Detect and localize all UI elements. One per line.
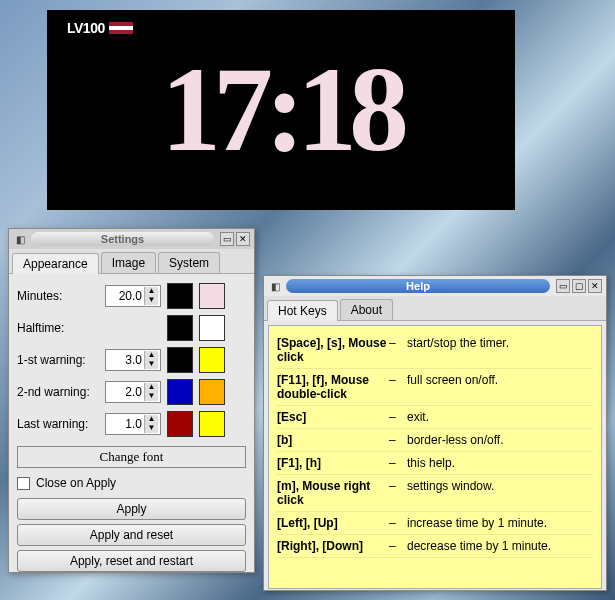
hotkey-keys: [Left], [Up]	[277, 516, 389, 530]
warn1-color-b[interactable]	[199, 347, 225, 373]
clock-badge: LV100	[67, 20, 133, 36]
last-input[interactable]	[106, 416, 144, 432]
row-minutes: Minutes: ▲▼	[17, 280, 246, 312]
hotkey-keys: [m], Mouse right click	[277, 479, 389, 507]
hotkey-desc: border-less on/off.	[407, 433, 593, 447]
minutes-down-icon[interactable]: ▼	[144, 296, 158, 305]
hotkey-desc: start/stop the timer.	[407, 336, 593, 364]
help-body[interactable]: [Space], [s], Mouse click – start/stop t…	[268, 325, 602, 589]
warn1-down-icon[interactable]: ▼	[144, 360, 158, 369]
close-button[interactable]: ✕	[588, 279, 602, 293]
hotkey-desc: exit.	[407, 410, 593, 424]
last-down-icon[interactable]: ▼	[144, 424, 158, 433]
hotkey-row: [m], Mouse right click – settings window…	[277, 475, 593, 512]
hotkey-row: [b] – border-less on/off.	[277, 429, 593, 452]
settings-titlebar[interactable]: ◧ Settings ▭ ✕	[9, 229, 254, 249]
hotkey-row: [Space], [s], Mouse click – start/stop t…	[277, 332, 593, 369]
warn1-input[interactable]	[106, 352, 144, 368]
tab-system[interactable]: System	[158, 252, 220, 273]
spin-warn1[interactable]: ▲▼	[105, 349, 161, 371]
help-tabs: Hot Keys About	[264, 296, 606, 321]
window-menu-icon[interactable]: ◧	[268, 279, 282, 293]
minutes-color-a[interactable]	[167, 283, 193, 309]
apply-reset-restart-button[interactable]: Apply, reset and restart	[17, 550, 246, 572]
spin-last[interactable]: ▲▼	[105, 413, 161, 435]
halftime-color-a[interactable]	[167, 315, 193, 341]
clock-display[interactable]: LV100 17:18	[47, 10, 515, 210]
help-window: ◧ Help ▭ ▢ ✕ Hot Keys About [Space], [s]…	[263, 275, 607, 591]
hotkey-row: [F1], [h] – this help.	[277, 452, 593, 475]
row-warn2: 2-nd warning: ▲▼	[17, 376, 246, 408]
spin-minutes[interactable]: ▲▼	[105, 285, 161, 307]
last-color-a[interactable]	[167, 411, 193, 437]
tab-appearance[interactable]: Appearance	[12, 253, 99, 274]
close-on-apply-label: Close on Apply	[36, 476, 116, 490]
clock-time: 17:18	[161, 41, 401, 179]
label-last: Last warning:	[17, 417, 105, 431]
label-warn2: 2-nd warning:	[17, 385, 105, 399]
warn2-color-a[interactable]	[167, 379, 193, 405]
settings-window: ◧ Settings ▭ ✕ Appearance Image System M…	[8, 228, 255, 573]
settings-tabs: Appearance Image System	[9, 249, 254, 274]
settings-title: Settings	[31, 232, 214, 246]
hotkey-keys: [Right], [Down]	[277, 539, 389, 553]
hotkey-desc: increase time by 1 minute.	[407, 516, 593, 530]
warn1-color-a[interactable]	[167, 347, 193, 373]
tab-hotkeys[interactable]: Hot Keys	[267, 300, 338, 321]
hotkey-row: [Left], [Up] – increase time by 1 minute…	[277, 512, 593, 535]
flag-icon	[109, 22, 133, 34]
close-button[interactable]: ✕	[236, 232, 250, 246]
warn2-input[interactable]	[106, 384, 144, 400]
hotkey-row: [F11], [f], Mouse double-click – full sc…	[277, 369, 593, 406]
tab-image[interactable]: Image	[101, 252, 156, 273]
window-menu-icon[interactable]: ◧	[13, 232, 27, 246]
tab-about[interactable]: About	[340, 299, 393, 320]
hotkey-keys: [b]	[277, 433, 389, 447]
roll-up-button[interactable]: ▭	[220, 232, 234, 246]
warn2-color-b[interactable]	[199, 379, 225, 405]
hotkey-desc: this help.	[407, 456, 593, 470]
roll-up-button[interactable]: ▭	[556, 279, 570, 293]
settings-body: Minutes: ▲▼ Halftime: 1-st warning: ▲▼	[9, 274, 254, 578]
help-title: Help	[286, 279, 550, 293]
warn2-down-icon[interactable]: ▼	[144, 392, 158, 401]
hotkey-keys: [F11], [f], Mouse double-click	[277, 373, 389, 401]
hotkey-row: [Right], [Down] – decrease time by 1 min…	[277, 535, 593, 558]
change-font-button[interactable]: Change font	[17, 446, 246, 468]
maximize-button[interactable]: ▢	[572, 279, 586, 293]
spin-warn2[interactable]: ▲▼	[105, 381, 161, 403]
hotkey-row: [Esc] – exit.	[277, 406, 593, 429]
badge-text: LV100	[67, 20, 105, 36]
halftime-color-b[interactable]	[199, 315, 225, 341]
apply-reset-button[interactable]: Apply and reset	[17, 524, 246, 546]
apply-button[interactable]: Apply	[17, 498, 246, 520]
hotkey-keys: [Esc]	[277, 410, 389, 424]
hotkey-keys: [F1], [h]	[277, 456, 389, 470]
row-warn1: 1-st warning: ▲▼	[17, 344, 246, 376]
row-halftime: Halftime:	[17, 312, 246, 344]
hotkey-desc: full screen on/off.	[407, 373, 593, 401]
hotkey-desc: settings window.	[407, 479, 593, 507]
hotkey-desc: decrease time by 1 minute.	[407, 539, 593, 553]
label-warn1: 1-st warning:	[17, 353, 105, 367]
close-on-apply-checkbox[interactable]	[17, 477, 30, 490]
row-last: Last warning: ▲▼	[17, 408, 246, 440]
minutes-input[interactable]	[106, 288, 144, 304]
label-minutes: Minutes:	[17, 289, 105, 303]
help-titlebar[interactable]: ◧ Help ▭ ▢ ✕	[264, 276, 606, 296]
hotkey-keys: [Space], [s], Mouse click	[277, 336, 389, 364]
last-color-b[interactable]	[199, 411, 225, 437]
close-on-apply-row: Close on Apply	[17, 472, 246, 494]
label-halftime: Halftime:	[17, 321, 105, 335]
minutes-color-b[interactable]	[199, 283, 225, 309]
